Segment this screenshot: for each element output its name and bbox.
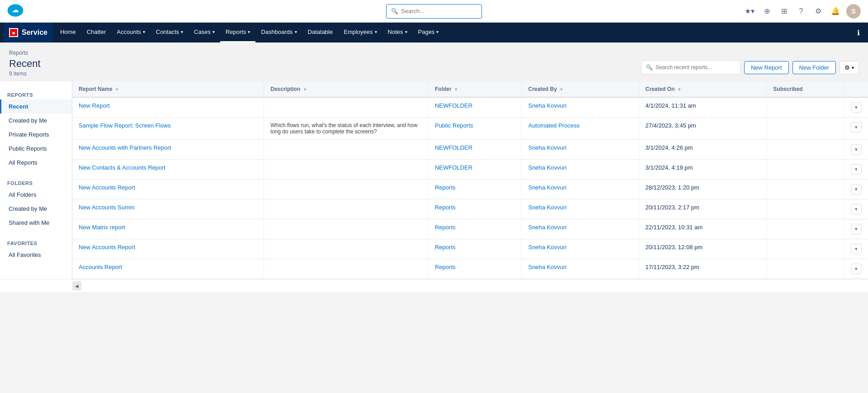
cell-folder: NEWFOLDER <box>428 140 522 160</box>
report-name-link[interactable]: Accounts Report <box>79 264 122 270</box>
row-actions-button[interactable]: ▾ <box>851 264 862 274</box>
chevron-down-icon: ▾ <box>295 29 297 34</box>
sidebar-item-all-reports[interactable]: All Reports <box>0 156 72 170</box>
nav-item-pages[interactable]: Pages ▾ <box>413 23 444 43</box>
new-report-button[interactable]: New Report <box>744 61 789 74</box>
created-by-link[interactable]: Sneha Kovvuri <box>528 102 566 109</box>
row-actions-button[interactable]: ▾ <box>851 184 862 194</box>
cell-action: ▾ <box>844 259 868 279</box>
nav-brand[interactable]: ■ Service <box>4 23 53 43</box>
created-by-link[interactable]: Sneha Kovvuri <box>528 164 566 171</box>
col-header-report-name[interactable]: Report Name ▾ <box>72 81 264 97</box>
row-actions-button[interactable]: ▾ <box>851 144 862 155</box>
created-by-link[interactable]: Sneha Kovvuri <box>528 224 566 231</box>
sidebar-item-all-folders[interactable]: All Folders <box>0 188 72 202</box>
sidebar-item-recent[interactable]: Recent <box>0 99 72 114</box>
nav-item-cases[interactable]: Cases ▾ <box>189 23 220 43</box>
row-actions-button[interactable]: ▾ <box>851 204 862 214</box>
global-search-input[interactable] <box>401 8 477 14</box>
help-icon[interactable]: ? <box>795 5 807 18</box>
cell-action: ▾ <box>844 160 868 180</box>
col-header-created-on[interactable]: Created On ▾ <box>639 81 767 97</box>
salesforce-logo[interactable]: ☁ <box>7 2 24 20</box>
report-name-link[interactable]: New Accounts with Partners Report <box>79 144 171 151</box>
folder-link[interactable]: Reports <box>435 264 456 270</box>
cell-description <box>264 199 429 219</box>
favorites-icon[interactable]: ★▾ <box>743 5 756 18</box>
folder-link[interactable]: Reports <box>435 244 456 251</box>
search-reports-input[interactable] <box>656 64 736 71</box>
report-name-link[interactable]: New Accounts Summ <box>79 204 135 211</box>
sidebar-item-created-by-me[interactable]: Created by Me <box>0 114 72 128</box>
cell-report-name: New Report <box>72 97 264 118</box>
row-actions-button[interactable]: ▾ <box>851 102 862 113</box>
nav-label-cases: Cases <box>194 28 211 35</box>
app-launcher-icon[interactable]: ⊞ <box>778 5 790 18</box>
folder-link[interactable]: Reports <box>435 224 456 231</box>
col-header-description[interactable]: Description ▾ <box>264 81 429 97</box>
folder-link[interactable]: NEWFOLDER <box>435 144 472 151</box>
sidebar-item-folders-created-by-me[interactable]: Created by Me <box>0 202 72 216</box>
nav-label-chatter: Chatter <box>87 28 106 35</box>
nav-item-employees[interactable]: Employees ▾ <box>338 23 382 43</box>
gear-icon: ⚙ <box>844 64 850 71</box>
chevron-down-icon: ▾ <box>855 104 858 110</box>
row-actions-button[interactable]: ▾ <box>851 164 862 175</box>
col-header-folder[interactable]: Folder ▾ <box>428 81 522 97</box>
gear-icon[interactable]: ⚙ <box>812 5 825 18</box>
table-row: New Accounts with Partners ReportNEWFOLD… <box>72 140 868 160</box>
sidebar-item-private-reports[interactable]: Private Reports <box>0 128 72 142</box>
table-settings-button[interactable]: ⚙ ▾ <box>840 61 859 74</box>
row-actions-button[interactable]: ▾ <box>851 224 862 234</box>
nav-item-contacts[interactable]: Contacts ▾ <box>151 23 189 43</box>
created-by-link[interactable]: Sneha Kovvuri <box>528 204 566 211</box>
report-name-link[interactable]: Sample Flow Report: Screen Flows <box>79 122 171 129</box>
sidebar-item-all-favorites[interactable]: All Favorites <box>0 248 72 262</box>
nav-label-reports: Reports <box>226 28 246 35</box>
sidebar-item-shared-with-me[interactable]: Shared with Me <box>0 216 72 230</box>
sidebar-item-public-reports[interactable]: Public Reports <box>0 142 72 156</box>
folder-link[interactable]: NEWFOLDER <box>435 164 472 171</box>
created-by-link[interactable]: Sneha Kovvuri <box>528 264 566 270</box>
col-header-created-by[interactable]: Created By ▾ <box>522 81 639 97</box>
row-actions-button[interactable]: ▾ <box>851 244 862 254</box>
folder-link[interactable]: NEWFOLDER <box>435 102 472 109</box>
header-actions: 🔍 New Report New Folder ⚙ ▾ <box>641 60 859 75</box>
nav-item-notes[interactable]: Notes ▾ <box>382 23 413 43</box>
cell-description <box>264 219 429 239</box>
chevron-down-icon: ▾ <box>405 29 407 34</box>
report-name-link[interactable]: New Accounts Report <box>79 244 135 251</box>
created-by-link[interactable]: Sneha Kovvuri <box>528 144 566 151</box>
chevron-down-icon: ▾ <box>855 266 858 272</box>
cell-created-on: 20/11/2023, 12:08 pm <box>639 239 767 259</box>
chevron-down-icon: ▾ <box>855 186 858 192</box>
nav-item-reports[interactable]: Reports ▾ <box>220 23 256 43</box>
report-name-link[interactable]: New Accounts Report <box>79 184 135 191</box>
row-actions-button[interactable]: ▾ <box>851 122 862 133</box>
report-name-link[interactable]: New Report <box>79 102 110 109</box>
nav-item-datatable[interactable]: Datatable <box>302 23 339 43</box>
folder-link[interactable]: Public Reports <box>435 122 473 129</box>
created-by-link[interactable]: Automated Process <box>528 122 579 129</box>
setup-icon[interactable]: ⊕ <box>760 5 773 18</box>
report-name-link[interactable]: New Contacts & Accounts Report <box>79 164 165 171</box>
nav-item-accounts[interactable]: Accounts ▾ <box>111 23 150 43</box>
bell-icon[interactable]: 🔔 <box>829 5 842 18</box>
avatar[interactable]: S <box>846 4 861 19</box>
nav-item-chatter[interactable]: Chatter <box>81 23 112 43</box>
nav-info-btn[interactable]: ℹ <box>853 23 864 43</box>
global-search-bar[interactable]: 🔍 <box>386 4 482 19</box>
nav-item-dashboards[interactable]: Dashboards ▾ <box>255 23 302 43</box>
nav-label-dashboards: Dashboards <box>261 28 292 35</box>
scroll-left-btn[interactable]: ◀ <box>72 281 81 290</box>
created-by-link[interactable]: Sneha Kovvuri <box>528 184 566 191</box>
page-subtitle: 9 items <box>9 71 41 77</box>
search-reports-bar[interactable]: 🔍 <box>641 60 741 75</box>
folder-link[interactable]: Reports <box>435 184 456 191</box>
new-folder-button[interactable]: New Folder <box>793 61 836 74</box>
created-by-link[interactable]: Sneha Kovvuri <box>528 244 566 251</box>
folder-link[interactable]: Reports <box>435 204 456 211</box>
nav-item-home[interactable]: Home <box>55 23 81 43</box>
report-name-link[interactable]: New Matrix report <box>79 224 125 231</box>
cell-created-on: 22/11/2023, 10:31 am <box>639 219 767 239</box>
